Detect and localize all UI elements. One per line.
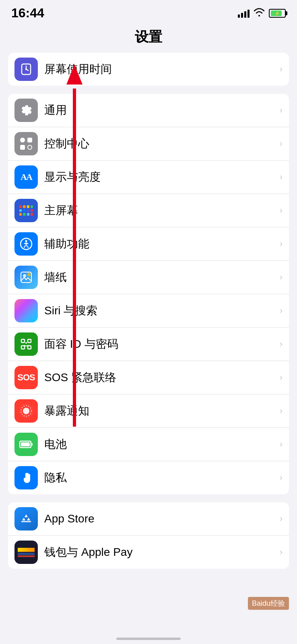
screen-time-label: 屏幕使用时间 [44,62,276,77]
status-time: 16:44 [11,6,44,21]
faceid-label: 面容 ID 与密码 [44,336,276,352]
settings-row-wallpaper[interactable]: 墙纸 › [8,261,289,294]
svg-point-14 [25,342,27,344]
svg-rect-11 [28,339,31,343]
home-screen-label: 主屏幕 [44,203,276,218]
wallet-label: 钱包与 Apple Pay [44,545,276,560]
display-icon: AA [14,165,38,189]
battery-icon: ⚡ [269,9,286,18]
wallpaper-icon [14,266,38,289]
appstore-icon [14,507,38,530]
siri-icon [14,299,38,322]
svg-rect-12 [21,346,25,349]
settings-row-general[interactable]: 通用 › [8,94,289,127]
general-label: 通用 [44,103,276,118]
siri-label: Siri 与搜索 [44,303,276,318]
privacy-chevron: › [280,473,283,483]
settings-row-faceid[interactable]: 面容 ID 与密码 › [8,328,289,361]
privacy-icon [14,466,38,489]
status-icons: ⚡ [238,8,286,19]
svg-point-3 [25,68,27,70]
top-section-card: 屏幕使用时间 › [8,53,289,86]
faceid-chevron: › [280,339,283,349]
faceid-icon [14,332,38,356]
accessibility-icon [14,232,38,256]
display-chevron: › [280,172,283,182]
main-section-card: 通用 › 控制中心 › AA 显示与亮度 › [8,94,289,494]
svg-rect-19 [21,442,30,446]
svg-rect-20 [31,443,33,446]
settings-row-siri[interactable]: Siri 与搜索 › [8,294,289,328]
signal-icon [238,9,250,18]
battery-label: 电池 [44,437,276,452]
settings-row-battery[interactable]: 电池 › [8,428,289,461]
settings-row-wallet[interactable]: 钱包与 Apple Pay › [8,536,289,569]
display-label: 显示与亮度 [44,169,276,185]
sos-chevron: › [280,372,283,383]
control-center-chevron: › [280,138,283,149]
sos-icon: SOS [14,366,38,389]
exposure-icon [14,399,38,423]
settings-row-display[interactable]: AA 显示与亮度 › [8,161,289,194]
general-chevron: › [280,105,283,116]
exposure-label: 暴露通知 [44,403,276,419]
home-indicator [116,638,181,640]
siri-chevron: › [280,305,283,316]
svg-point-5 [25,240,27,242]
svg-rect-13 [28,346,31,349]
settings-row-control-center[interactable]: 控制中心 › [8,127,289,161]
control-center-label: 控制中心 [44,136,276,151]
settings-row-sos[interactable]: SOS SOS 紧急联络 › [8,361,289,394]
screen-time-chevron: › [280,64,283,74]
sos-label: SOS 紧急联络 [44,370,276,385]
settings-row-screen-time[interactable]: 屏幕使用时间 › [8,53,289,86]
status-bar: 16:44 ⚡ [0,0,297,25]
accessibility-chevron: › [280,239,283,249]
wifi-icon [254,8,265,19]
appstore-label: App Store [44,512,276,525]
svg-point-15 [23,408,29,414]
privacy-label: 隐私 [44,470,276,485]
battery-chevron: › [280,439,283,450]
svg-point-8 [28,273,30,276]
screen-time-icon [14,58,38,81]
appstore-chevron: › [280,514,283,524]
control-center-icon [14,132,38,155]
battery-settings-icon [14,433,38,456]
wallpaper-chevron: › [280,272,283,283]
home-screen-chevron: › [280,205,283,216]
watermark: Baidu经验 [248,597,289,610]
settings-row-appstore[interactable]: App Store › [8,502,289,536]
home-screen-icon [14,199,38,222]
svg-point-6 [23,274,26,277]
svg-rect-10 [21,339,25,343]
wallet-chevron: › [280,547,283,557]
exposure-chevron: › [280,406,283,416]
settings-row-exposure[interactable]: 暴露通知 › [8,394,289,428]
settings-row-home-screen[interactable]: 主屏幕 › [8,194,289,227]
general-icon [14,99,38,122]
settings-row-accessibility[interactable]: 辅助功能 › [8,227,289,261]
accessibility-label: 辅助功能 [44,236,276,252]
wallet-icon [14,541,38,564]
page-title: 设置 [0,25,297,53]
wallpaper-label: 墙纸 [44,270,276,285]
settings-row-privacy[interactable]: 隐私 › [8,461,289,494]
bottom-section-card: App Store › 钱包与 Apple Pay › [8,502,289,569]
